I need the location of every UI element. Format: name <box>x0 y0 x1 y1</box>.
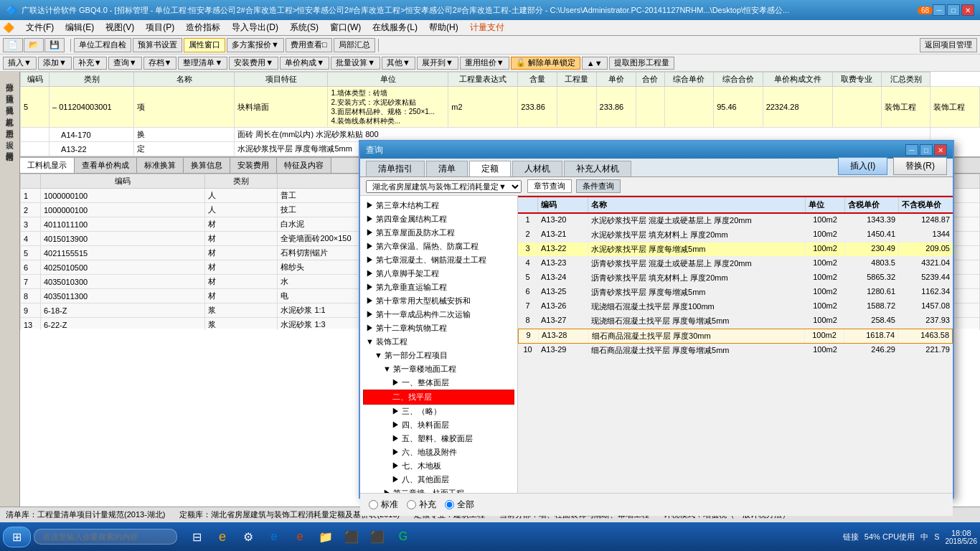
tree-chapter4[interactable]: ▶ 第四章金属结构工程 <box>363 212 514 226</box>
tb2-other[interactable]: 其他▼ <box>382 57 415 70</box>
dtab-dinge[interactable]: 定额 <box>469 161 511 176</box>
tree-decoration[interactable]: ▼ 装饰工程 <box>363 335 514 349</box>
table-row[interactable]: 5 – 011204003001 项 块料墙面 1.墙体类型：砖墙 2.安装方式… <box>21 87 980 128</box>
result-row-1[interactable]: 1 A13-20 水泥砂浆找平层 混凝土或硬基层上 厚度20mm 100m2 1… <box>518 214 953 228</box>
tb2-arrows[interactable]: ▲▼ <box>582 57 608 70</box>
menu-price-index[interactable]: 造价指标 <box>180 20 226 35</box>
radio-all[interactable] <box>445 500 454 509</box>
tb2-unlock[interactable]: 🔓 解除单单锁定 <box>511 57 580 70</box>
result-row-8[interactable]: 8 A13-27 现浇细石混凝土找平层 厚度每增减5mm 100m2 258.4… <box>518 314 953 329</box>
tb-return[interactable]: 返回项目管理 <box>920 38 977 52</box>
taskbar-icon-app2[interactable]: ⬛ <box>367 526 388 547</box>
menu-system[interactable]: 系统(S) <box>284 20 324 35</box>
result-row-7[interactable]: 7 A13-26 现浇细石混凝土找平层 厚度100mm 100m2 1588.7… <box>518 300 953 314</box>
subtab-condition[interactable]: 条件查询 <box>576 179 621 193</box>
tb2-extract[interactable]: 提取图形工程量 <box>609 57 674 70</box>
tree-sec4[interactable]: ▶ 四、块料面层 <box>363 418 514 432</box>
result-row-3[interactable]: 3 A13-22 水泥砂浆找平层 厚度每增减5mm 100m2 230.49 2… <box>518 242 953 257</box>
taskbar-icon-folder[interactable]: 📁 <box>315 526 336 547</box>
sidebar-item-fbbx[interactable]: 分部分项 <box>1 72 18 83</box>
dialog-max-button[interactable]: □ <box>920 144 933 156</box>
tree-sec3[interactable]: ▶ 三、（略） <box>363 405 514 418</box>
tb2-supplement[interactable]: 补充▼ <box>73 57 107 70</box>
btab-price-comp[interactable]: 查看单价构成 <box>75 158 137 173</box>
tree-chapter5[interactable]: ▶ 第五章屋面及防水工程 <box>363 226 514 240</box>
radio-supplement[interactable] <box>407 500 416 509</box>
menu-import-export[interactable]: 导入导出(D) <box>226 20 284 35</box>
result-row-2[interactable]: 2 A13-21 水泥砂浆找平层 填充材料上 厚度20mm 100m2 1450… <box>518 228 953 242</box>
menu-file[interactable]: 文件(F) <box>20 20 60 35</box>
filter-library-select[interactable]: 湖北省房屋建筑与装饰工程消耗量定▼ <box>366 180 522 193</box>
tb2-price-comp[interactable]: 单价构成▼ <box>280 57 329 70</box>
tb2-expand[interactable]: 展开到▼ <box>417 57 458 70</box>
tree-chapter7[interactable]: ▶ 第七章混凝土、钢筋混凝土工程 <box>363 253 514 267</box>
dtab-qingdan-zhiyin[interactable]: 清单指引 <box>366 161 425 176</box>
menu-help[interactable]: 帮助(H) <box>423 20 464 35</box>
dialog-insert-button[interactable]: 插入(I) <box>838 157 887 175</box>
tb-local-sum[interactable]: 局部汇总 <box>334 38 375 52</box>
tb2-insert[interactable]: 插入▼ <box>3 57 37 70</box>
tree-sec7[interactable]: ▶ 七、木地板 <box>363 459 514 473</box>
btab-std-swap[interactable]: 标准换算 <box>137 158 184 173</box>
maximize-button[interactable]: □ <box>947 4 960 16</box>
tree-sec6[interactable]: ▶ 六、地毯及附件 <box>363 446 514 459</box>
menu-edit[interactable]: 编辑(E) <box>60 20 100 35</box>
radio-standard[interactable] <box>369 500 378 509</box>
result-row-5[interactable]: 5 A13-24 沥青砂浆找平层 填充材料上 厚度20mm 100m2 5865… <box>518 271 953 286</box>
tree-chapter8[interactable]: ▶ 第八章脚手架工程 <box>363 267 514 281</box>
tree-sec5[interactable]: ▶ 五、塑料、橡胶面层 <box>363 432 514 446</box>
dtab-rcj[interactable]: 人材机 <box>512 161 562 176</box>
dialog-close-button[interactable]: ✕ <box>934 144 947 156</box>
taskbar-icon-settings[interactable]: ⚙ <box>237 526 259 547</box>
menu-online[interactable]: 在线服务(L) <box>367 20 423 35</box>
menu-view[interactable]: 视图(V) <box>100 20 140 35</box>
tb2-query[interactable]: 查询▼ <box>108 57 142 70</box>
sidebar-item-qtxm[interactable]: 其他项目 <box>1 95 18 106</box>
tree-ch1[interactable]: ▼ 第一章楼地面工程 <box>363 362 514 376</box>
sidebar-item-bb[interactable]: 报表 <box>1 129 18 141</box>
tree-part1[interactable]: ▼ 第一部分工程项目 <box>363 349 514 362</box>
close-button[interactable]: ✕ <box>961 4 974 16</box>
taskbar-icon-edge1[interactable]: e <box>263 526 285 547</box>
subtab-chapter[interactable]: 章节查询 <box>527 179 572 193</box>
menu-project[interactable]: 项目(P) <box>140 20 180 35</box>
result-row-10[interactable]: 10 A13-29 细石商品混凝土找平层 厚度每增减5mm 100m2 246.… <box>518 344 953 358</box>
btab-swap-info[interactable]: 换算信息 <box>184 158 230 173</box>
tree-chapter10[interactable]: ▶ 第十章常用大型机械安拆和 <box>363 294 514 308</box>
tree-chapter3[interactable]: ▶ 第三章木结构工程 <box>363 199 514 212</box>
tree-ch2[interactable]: ▶ 第二章墙、柱面工程 <box>363 486 514 493</box>
tb-properties[interactable]: 属性窗口 <box>184 38 225 52</box>
result-row-9[interactable]: 9 A13-28 细石商品混凝土找平层 厚度30mm 100m2 1618.74… <box>518 329 953 344</box>
tree-chapter9[interactable]: ▶ 第九章垂直运输工程 <box>363 281 514 294</box>
sidebar-item-cszl[interactable]: 措施项目 <box>1 83 18 95</box>
tb2-batch-calc[interactable]: 批量设算▼ <box>331 57 380 70</box>
taskbar-icon-app1[interactable]: ⬛ <box>341 526 362 547</box>
tb-save[interactable]: 💾 <box>44 38 65 52</box>
tree-sec8[interactable]: ▶ 八、其他面层 <box>363 473 514 486</box>
tree-chapter11[interactable]: ▶ 第十一章成品构件二次运输 <box>363 308 514 321</box>
taskbar-icon-edge2[interactable]: e <box>289 526 311 547</box>
start-button[interactable]: ⊞ <box>3 527 31 547</box>
menu-payment[interactable]: 计量支付 <box>464 20 510 35</box>
btab-install-fee[interactable]: 安装费用 <box>230 158 277 173</box>
tb-fee-view[interactable]: 费用查看□ <box>286 38 332 52</box>
result-row-6[interactable]: 6 A13-25 沥青砂浆找平层 厚度每增减5mm 100m2 1280.61 … <box>518 286 953 300</box>
minimize-button[interactable]: ─ <box>933 4 946 16</box>
dialog-min-button[interactable]: ─ <box>905 144 918 156</box>
taskbar-search-input[interactable] <box>34 529 177 545</box>
tb2-reuse[interactable]: 重用组价▼ <box>460 57 509 70</box>
taskbar-icon-ie[interactable]: e <box>212 526 233 547</box>
tree-chapter12[interactable]: ▶ 第十二章构筑物工程 <box>363 321 514 335</box>
taskbar-icon-taskview[interactable]: ⊟ <box>186 526 207 547</box>
btab-labor[interactable]: 工料机显示 <box>20 158 75 173</box>
sidebar-item-htjs[interactable]: 合同结算结果 <box>1 141 18 152</box>
menu-window[interactable]: 窗口(W) <box>324 20 367 35</box>
tb2-archive[interactable]: 存档▼ <box>143 57 177 70</box>
tb-budget-settings[interactable]: 预算书设置 <box>133 38 182 52</box>
sidebar-item-fyhez[interactable]: 费用汇总 <box>1 118 18 129</box>
tree-sec2[interactable]: 二、找平层 <box>363 390 514 405</box>
dialog-replace-button[interactable]: 替换(R) <box>893 157 947 175</box>
tree-chapter6[interactable]: ▶ 第六章保温、隔热、防腐工程 <box>363 240 514 253</box>
btab-features[interactable]: 特征及内容 <box>277 158 331 173</box>
tb-multi-plan[interactable]: 多方案报价▼ <box>227 38 284 52</box>
